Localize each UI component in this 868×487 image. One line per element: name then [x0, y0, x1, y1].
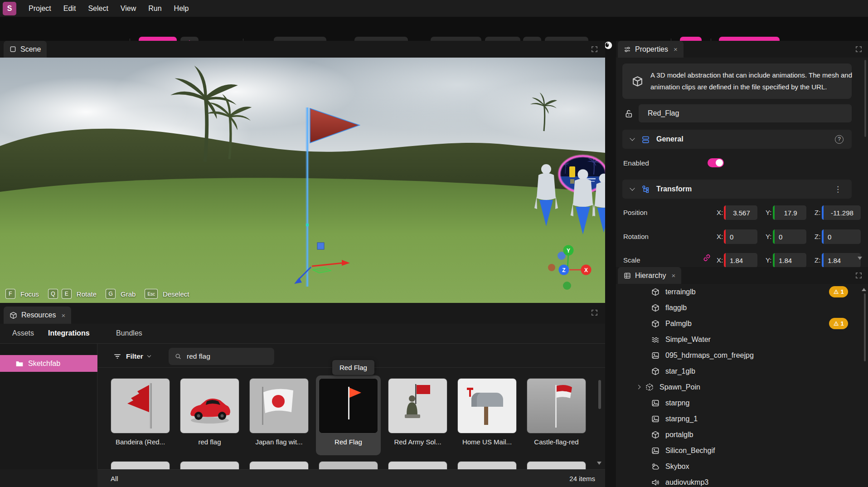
model-icon	[651, 304, 659, 312]
rotation-label: Rotation	[623, 233, 649, 240]
hierarchy-scrollbar[interactable]	[864, 293, 866, 361]
tab-hierarchy[interactable]: Hierarchy ×	[618, 267, 681, 284]
position-y-field[interactable]: 17.9	[773, 205, 806, 220]
tree-item-silicon-bechgif[interactable]: Silicon_Bechgif	[616, 443, 861, 458]
tree-item-portalglb[interactable]: portalglb	[616, 427, 861, 443]
more-icon[interactable]: ⋮	[834, 185, 842, 194]
tree-item-hdrmap[interactable]: 095_hdrmaps_com_freejpg	[616, 347, 861, 363]
asset-card-bandeira[interactable]: Bandeira (Red...	[111, 378, 170, 446]
properties-scrollbar[interactable]	[864, 60, 866, 137]
tree-item-audiovukmp3[interactable]: audiovukmp3	[616, 474, 861, 487]
tree-item-star1glb[interactable]: star_1glb	[616, 363, 861, 379]
resources-scrollbar[interactable]	[598, 380, 601, 409]
close-icon[interactable]: ×	[61, 312, 65, 319]
tree-item-flagglb[interactable]: flagglb	[616, 300, 861, 316]
asset-card-japan-flag[interactable]: Japan flag wit...	[249, 378, 309, 446]
tree-item-starpng1[interactable]: starpng_1	[616, 411, 861, 427]
key-f-chip: F	[5, 289, 15, 299]
menu-run[interactable]: Run	[148, 5, 161, 13]
search-box[interactable]	[169, 348, 274, 365]
scroll-down-icon[interactable]	[597, 462, 601, 465]
close-icon[interactable]: ×	[671, 272, 675, 279]
object-name-input[interactable]	[647, 109, 844, 118]
skybox-icon	[651, 463, 659, 471]
expand-icon[interactable]	[591, 46, 598, 53]
asset-card-red-army[interactable]: Red Army Sol...	[388, 378, 447, 446]
card-label: Japan flag wit...	[249, 438, 309, 446]
position-x-field[interactable]: 3.567	[724, 205, 757, 220]
axis-x-label: X:	[717, 256, 723, 264]
warning-badge[interactable]: 1	[829, 286, 848, 297]
scale-z-field[interactable]: 1.84	[822, 253, 861, 267]
tab-integrations[interactable]: Integrations	[48, 329, 90, 337]
link-icon[interactable]	[703, 254, 711, 262]
general-icon	[641, 135, 650, 144]
menu-view[interactable]: View	[121, 5, 136, 13]
card-partial[interactable]	[319, 461, 378, 469]
tree-item-terrainglb[interactable]: terrainglb 1	[616, 284, 861, 300]
tab-properties[interactable]: Properties ×	[618, 41, 684, 58]
expand-icon[interactable]	[855, 46, 862, 53]
axis-y-label: Y:	[766, 209, 771, 216]
rotation-y-field[interactable]: 0	[773, 229, 806, 244]
menu-help[interactable]: Help	[174, 5, 189, 13]
asset-card-castle-flag[interactable]: Castle-flag-red	[527, 378, 586, 446]
tree-item-simple-water[interactable]: Simple_Water	[616, 331, 861, 347]
scroll-up-icon[interactable]	[862, 288, 866, 291]
section-general[interactable]: General ?	[622, 130, 852, 149]
card-partial[interactable]	[180, 461, 239, 469]
chevron-right-icon[interactable]	[636, 385, 641, 390]
sidebar-item-sketchfab[interactable]: Sketchfab	[0, 355, 97, 372]
expand-icon[interactable]	[591, 309, 598, 316]
resources-strip: Resources ×	[0, 303, 605, 324]
tab-scene[interactable]: Scene	[4, 41, 47, 58]
rotation-x-field[interactable]: 0	[724, 229, 757, 244]
tree-item-skybox[interactable]: Skybox	[616, 458, 861, 474]
scale-x-field[interactable]: 1.84	[724, 253, 757, 267]
chevron-down-icon[interactable]	[630, 136, 635, 141]
hint-rotate: Rotate	[77, 290, 97, 298]
menu-project[interactable]: Project	[29, 5, 51, 13]
card-partial[interactable]	[249, 461, 309, 469]
tree-item-palmglb[interactable]: Palmglb 1	[616, 316, 861, 331]
asset-card-mailbox[interactable]: Home US Mail...	[457, 378, 517, 446]
warning-badge[interactable]: 1	[829, 318, 848, 329]
enabled-toggle[interactable]	[708, 158, 724, 167]
scene-render: Y X Z	[0, 58, 605, 303]
component-description: A 3D model abstraction that can include …	[650, 69, 855, 93]
help-icon[interactable]: ?	[835, 135, 844, 144]
section-transform[interactable]: Transform ⋮	[622, 180, 852, 199]
menu-edit[interactable]: Edit	[63, 5, 76, 13]
card-partial[interactable]	[388, 461, 447, 469]
position-z-field[interactable]: -11.298	[822, 205, 861, 220]
footer-scope[interactable]: All	[111, 475, 118, 482]
app-logo[interactable]: S	[3, 2, 16, 15]
scale-y-field[interactable]: 1.84	[773, 253, 806, 267]
shortcut-hints: F Focus Q E Rotate G Grab Esc Deselect	[5, 289, 194, 299]
scroll-down-icon[interactable]	[858, 257, 862, 260]
asset-card-red-flag[interactable]: Red Flag	[319, 378, 378, 446]
model-icon	[632, 76, 643, 87]
hierarchy-icon	[624, 272, 631, 279]
asset-card-red-flag-car[interactable]: red flag	[180, 378, 239, 446]
tree-item-starpng[interactable]: starpng	[616, 395, 861, 411]
chevron-down-icon[interactable]	[630, 185, 635, 190]
close-icon[interactable]: ×	[674, 45, 678, 53]
tree-item-spawn-point[interactable]: Spawn_Poin	[616, 379, 861, 395]
chevron-down-icon	[147, 354, 151, 357]
image-icon	[651, 399, 659, 407]
card-partial[interactable]	[527, 461, 586, 469]
tab-bundles[interactable]: Bundles	[116, 329, 142, 337]
rotation-z-field[interactable]: 0	[822, 229, 861, 244]
search-input[interactable]	[186, 352, 268, 361]
lock-icon[interactable]	[624, 109, 633, 118]
expand-icon[interactable]	[855, 272, 862, 279]
tab-assets[interactable]: Assets	[12, 329, 34, 337]
menu-select[interactable]: Select	[88, 5, 108, 13]
card-partial[interactable]	[457, 461, 517, 469]
tab-resources[interactable]: Resources ×	[4, 307, 71, 324]
model-icon	[651, 288, 659, 296]
card-partial[interactable]	[111, 461, 170, 469]
filter-dropdown[interactable]: Filter	[113, 348, 150, 365]
viewport-3d[interactable]: Y X Z F Focus Q E Rotate G Grab Esc Dese…	[0, 58, 605, 303]
